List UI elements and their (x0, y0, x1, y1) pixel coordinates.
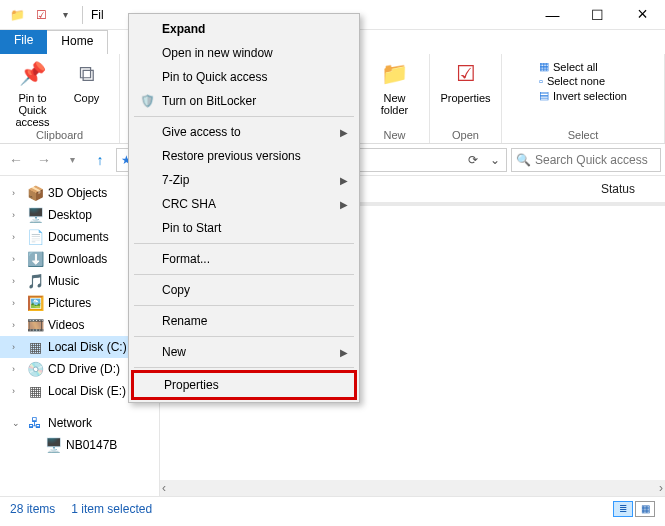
invert-selection-button[interactable]: ▤Invert selection (539, 89, 627, 102)
chevron-right-icon[interactable]: › (12, 298, 22, 308)
properties-icon: ☑ (450, 58, 482, 90)
nav-item-icon: ⬇️ (26, 251, 44, 267)
ctx-give-access-to[interactable]: Give access to▶ (132, 120, 356, 144)
chevron-right-icon: ▶ (340, 127, 348, 138)
status-selection: 1 item selected (71, 502, 152, 516)
copy-icon: ⧉ (71, 58, 103, 90)
minimize-button[interactable]: ― (530, 0, 575, 30)
nav-item-label: Downloads (48, 252, 107, 266)
chevron-right-icon[interactable]: › (12, 320, 22, 330)
new-folder-icon: 📁 (379, 58, 411, 90)
chevron-right-icon[interactable]: › (12, 276, 22, 286)
nav-item-label: 3D Objects (48, 186, 107, 200)
chevron-right-icon[interactable]: › (12, 210, 22, 220)
ctx-pin-quick-access[interactable]: Pin to Quick access (132, 65, 356, 89)
ctx-restore-versions[interactable]: Restore previous versions (132, 144, 356, 168)
group-label-clipboard: Clipboard (36, 129, 83, 143)
nav-item-label: Videos (48, 318, 84, 332)
context-menu: Expand Open in new window Pin to Quick a… (128, 13, 360, 403)
nav-item-label: Documents (48, 230, 109, 244)
shield-icon: 🛡️ (138, 94, 156, 108)
nav-up-button[interactable]: ↑ (88, 148, 112, 172)
properties-button[interactable]: ☑ Properties (440, 58, 492, 104)
nav-item-icon: 🎵 (26, 273, 44, 289)
chevron-right-icon[interactable]: › (12, 254, 22, 264)
ctx-open-new-window[interactable]: Open in new window (132, 41, 356, 65)
details-view-button[interactable]: ≣ (613, 501, 633, 517)
group-label-open: Open (452, 129, 479, 143)
ctx-rename[interactable]: Rename (132, 309, 356, 333)
nav-item-icon: ▦ (26, 339, 44, 355)
ctx-properties[interactable]: Properties (134, 373, 354, 397)
chevron-right-icon[interactable]: › (12, 342, 22, 352)
group-label-select: Select (568, 129, 599, 143)
nav-item-icon: 📦 (26, 185, 44, 201)
pin-icon: 📌 (17, 58, 49, 90)
ctx-pin-start[interactable]: Pin to Start (132, 216, 356, 240)
nav-back-button[interactable]: ← (4, 148, 28, 172)
nav-item-icon: 🖼️ (26, 295, 44, 311)
nav-item-label: Local Disk (E:) (48, 384, 126, 398)
nav-item-icon: 🖥️ (26, 207, 44, 223)
chevron-right-icon[interactable]: › (12, 188, 22, 198)
nav-forward-button[interactable]: → (32, 148, 56, 172)
nav-item-label: Pictures (48, 296, 91, 310)
qat-checkbox-icon[interactable]: ☑ (30, 4, 52, 26)
qat-dropdown-icon[interactable]: ▾ (54, 4, 76, 26)
search-icon: 🔍 (516, 153, 531, 167)
nav-item-label: Local Disk (C:) (48, 340, 127, 354)
nav-item-label: Music (48, 274, 79, 288)
ctx-expand[interactable]: Expand (132, 17, 356, 41)
ctx-crc-sha[interactable]: CRC SHA▶ (132, 192, 356, 216)
tab-home[interactable]: Home (47, 30, 108, 54)
tab-file[interactable]: File (0, 30, 47, 54)
status-item-count: 28 items (10, 502, 55, 516)
nav-item-label: CD Drive (D:) (48, 362, 120, 376)
horizontal-scrollbar[interactable]: ‹› (160, 480, 665, 496)
select-all-button[interactable]: ▦Select all (539, 60, 627, 73)
chevron-down-icon[interactable]: ⌄ (12, 418, 22, 428)
chevron-right-icon[interactable]: › (12, 232, 22, 242)
chevron-right-icon: ▶ (340, 175, 348, 186)
computer-icon: 🖥️ (44, 437, 62, 453)
separator (82, 6, 83, 24)
nav-item-icon: 🎞️ (26, 317, 44, 333)
ctx-7zip[interactable]: 7-Zip▶ (132, 168, 356, 192)
maximize-button[interactable]: ☐ (575, 0, 620, 30)
new-folder-button[interactable]: 📁 New folder (369, 58, 421, 116)
chevron-right-icon[interactable]: › (12, 364, 22, 374)
ctx-new[interactable]: New▶ (132, 340, 356, 364)
pin-to-quick-access-button[interactable]: 📌 Pin to Quick access (7, 58, 59, 128)
ctx-copy[interactable]: Copy (132, 278, 356, 302)
ctx-bitlocker[interactable]: 🛡️Turn on BitLocker (132, 89, 356, 113)
chevron-right-icon: ▶ (340, 199, 348, 210)
search-placeholder: Search Quick access (535, 153, 648, 167)
chevron-right-icon: ▶ (340, 347, 348, 358)
nav-network-child[interactable]: 🖥️ NB0147B (0, 434, 159, 456)
network-icon: 🖧 (26, 415, 44, 431)
address-dropdown-icon[interactable]: ⌄ (490, 153, 500, 167)
select-none-button[interactable]: ▫Select none (539, 75, 627, 87)
close-button[interactable]: × (620, 0, 665, 30)
nav-item-label: Desktop (48, 208, 92, 222)
refresh-icon[interactable]: ⟳ (468, 153, 478, 167)
nav-recent-dropdown[interactable]: ▾ (60, 148, 84, 172)
column-header-status[interactable]: Status (601, 182, 635, 196)
window-title: Fil (89, 8, 104, 22)
nav-item-icon: ▦ (26, 383, 44, 399)
copy-button[interactable]: ⧉ Copy (61, 58, 113, 128)
chevron-right-icon[interactable]: › (12, 386, 22, 396)
group-label-new: New (383, 129, 405, 143)
nav-network[interactable]: ⌄ 🖧 Network (0, 412, 159, 434)
folder-icon: 📁 (6, 4, 28, 26)
status-bar: 28 items 1 item selected ≣ ▦ (0, 496, 665, 520)
nav-item-icon: 💿 (26, 361, 44, 377)
ctx-format[interactable]: Format... (132, 247, 356, 271)
search-box[interactable]: 🔍 Search Quick access (511, 148, 661, 172)
large-icons-view-button[interactable]: ▦ (635, 501, 655, 517)
nav-item-icon: 📄 (26, 229, 44, 245)
